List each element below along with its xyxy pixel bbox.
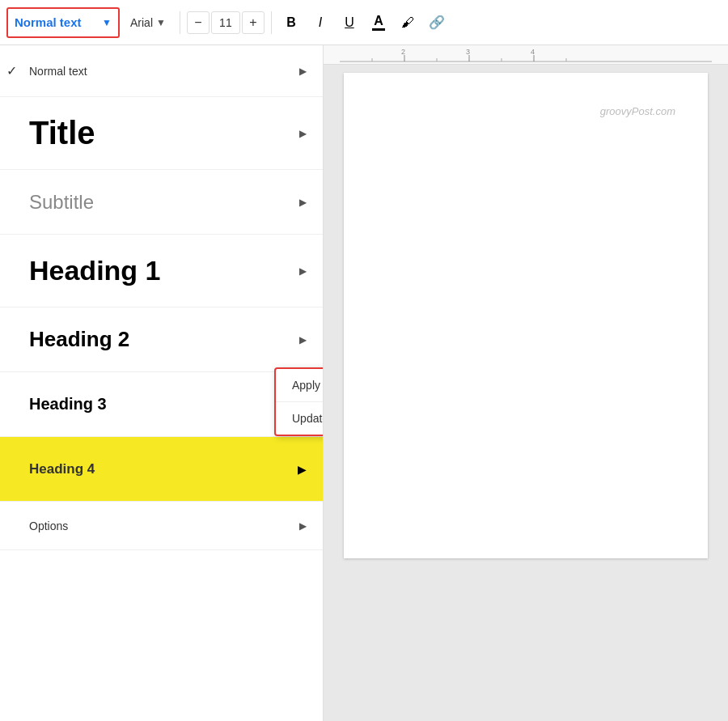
options-arrow-icon: ▶ bbox=[299, 520, 307, 532]
text-style-dropdown[interactable]: Normal text ▼ bbox=[6, 7, 120, 38]
heading4-arrow-icon: ▶ bbox=[298, 463, 307, 476]
options-label: Options bbox=[16, 520, 299, 532]
bold-icon: B bbox=[286, 15, 296, 30]
menu-item-options[interactable]: Options ▶ bbox=[0, 502, 323, 550]
italic-icon: I bbox=[319, 15, 322, 30]
update-heading4-item[interactable]: Update 'Heading 4' to match bbox=[276, 402, 324, 435]
font-size-controls: − + bbox=[187, 11, 265, 34]
apply-heading4-label: Apply 'Heading 4' bbox=[292, 379, 324, 392]
menu-item-subtitle[interactable]: Subtitle ▶ bbox=[0, 170, 323, 235]
ruler: 2 3 4 bbox=[324, 45, 728, 65]
app-container: Normal text ▼ Arial ▼ − + B I U A bbox=[0, 0, 728, 721]
svg-text:2: 2 bbox=[401, 48, 405, 56]
menu-item-heading1[interactable]: Heading 1 ▶ bbox=[0, 235, 323, 307]
italic-button[interactable]: I bbox=[307, 10, 333, 36]
document-page: groovyPost.com bbox=[344, 73, 708, 558]
text-color-icon: A bbox=[372, 15, 385, 31]
normal-text-arrow-icon: ▶ bbox=[299, 66, 307, 77]
heading1-arrow-icon: ▶ bbox=[299, 265, 307, 277]
text-color-button[interactable]: A bbox=[366, 10, 392, 36]
paint-format-button[interactable]: 🖌 bbox=[395, 10, 421, 36]
heading3-label: Heading 3 bbox=[16, 395, 299, 414]
font-size-decrease-button[interactable]: − bbox=[187, 11, 210, 34]
document-area: 2 3 4 groovyPost.com bbox=[324, 45, 728, 721]
font-dropdown[interactable]: Arial ▼ bbox=[123, 7, 173, 38]
ruler-svg: 2 3 4 bbox=[340, 47, 712, 63]
bold-button[interactable]: B bbox=[278, 10, 304, 36]
separator-2 bbox=[271, 11, 272, 34]
paint-icon: 🖌 bbox=[401, 15, 414, 30]
subtitle-arrow-icon: ▶ bbox=[299, 197, 307, 208]
normal-text-label: Normal text bbox=[16, 65, 299, 78]
font-size-input[interactable] bbox=[211, 11, 240, 34]
font-label: Arial bbox=[130, 16, 153, 29]
heading4-label: Heading 4 bbox=[16, 461, 298, 477]
heading2-arrow-icon: ▶ bbox=[299, 334, 307, 346]
text-style-label: Normal text bbox=[15, 15, 82, 29]
apply-heading4-item[interactable]: Apply 'Heading 4' ⌘+Option+4 bbox=[276, 369, 324, 402]
watermark: groovyPost.com bbox=[600, 105, 675, 117]
update-heading4-label: Update 'Heading 4' to match bbox=[292, 412, 324, 425]
subtitle-label: Subtitle bbox=[16, 191, 299, 214]
svg-text:4: 4 bbox=[531, 48, 535, 56]
svg-text:3: 3 bbox=[466, 48, 470, 56]
style-dropdown-menu: ✓ Normal text ▶ Title ▶ Subtitle ▶ Headi… bbox=[0, 45, 324, 721]
font-size-increase-button[interactable]: + bbox=[242, 11, 265, 34]
link-button[interactable]: 🔗 bbox=[424, 10, 450, 36]
main-area: ✓ Normal text ▶ Title ▶ Subtitle ▶ Headi… bbox=[0, 45, 728, 721]
underline-icon: U bbox=[345, 15, 354, 30]
menu-item-title[interactable]: Title ▶ bbox=[0, 97, 323, 170]
title-arrow-icon: ▶ bbox=[299, 128, 307, 139]
text-style-arrow-icon: ▼ bbox=[102, 17, 112, 28]
link-icon: 🔗 bbox=[429, 15, 445, 30]
heading4-sub-dropdown: Apply 'Heading 4' ⌘+Option+4 Update 'Hea… bbox=[274, 367, 324, 436]
checkmark-icon: ✓ bbox=[6, 63, 17, 78]
toolbar: Normal text ▼ Arial ▼ − + B I U A bbox=[0, 0, 728, 45]
underline-button[interactable]: U bbox=[336, 10, 362, 36]
menu-item-normal-text[interactable]: ✓ Normal text ▶ bbox=[0, 45, 323, 97]
heading2-label: Heading 2 bbox=[16, 327, 299, 352]
font-arrow-icon: ▼ bbox=[156, 17, 166, 28]
heading1-label: Heading 1 bbox=[16, 255, 299, 286]
separator-1 bbox=[180, 11, 180, 34]
title-label: Title bbox=[16, 115, 299, 151]
menu-item-heading2[interactable]: Heading 2 ▶ bbox=[0, 307, 323, 372]
menu-item-heading4[interactable]: Heading 4 ▶ Apply 'Heading 4' ⌘+Option+4… bbox=[0, 437, 323, 502]
